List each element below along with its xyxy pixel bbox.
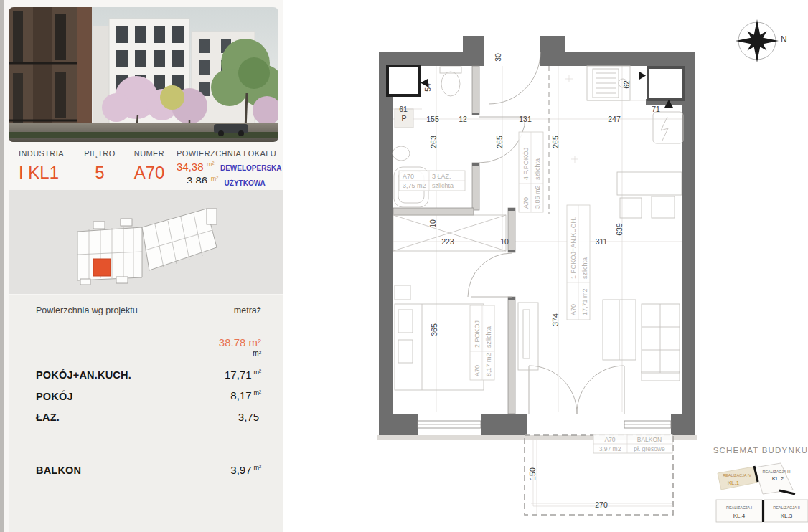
- row-unit: m²: [254, 369, 262, 376]
- coffee-table: [603, 300, 636, 360]
- dim-155: 155: [426, 115, 439, 123]
- room-label-living[interactable]: A70 17,71 m2 1 POKÓJ+AN.KUCH. szlichta: [567, 205, 590, 320]
- shaft-right: [648, 67, 683, 100]
- room-name: 1 POKÓJ+AN.KUCH.: [570, 217, 577, 279]
- floor-locator-art: [9, 190, 283, 294]
- room-label-balcony[interactable]: A70 3,97 m2 BALKON pł. gresowe: [593, 434, 672, 453]
- room-code: A70: [570, 304, 577, 315]
- dim-131: 131: [519, 115, 532, 123]
- heater-unit: [653, 112, 683, 143]
- table-row: POKÓJ 8,17m²: [9, 389, 283, 402]
- area-header: POWIERZCHNIA LOKALU: [177, 149, 290, 158]
- dim-71: 71: [652, 105, 660, 113]
- room-finish: szlichta: [485, 326, 492, 348]
- dim-265a: 265: [495, 136, 504, 148]
- row-value: 8,17: [230, 390, 251, 402]
- area-developer-unit: m²: [207, 161, 215, 168]
- apartment-panel: INDUSTRIA I KL1 PIĘTRO 5 NUMER A70 POWIE…: [4, 0, 283, 532]
- compass-north-label: N: [781, 34, 787, 44]
- total-area-unit: m²: [9, 349, 261, 357]
- dim-p: P: [401, 114, 406, 123]
- floor-plan: 61 P 155 12 131 247 54 30 62 71 263 265 …: [366, 0, 808, 532]
- table-header-right: metraż: [234, 305, 261, 315]
- dim-311: 311: [596, 237, 608, 246]
- dim-263: 263: [429, 136, 438, 148]
- building-photo-art: [9, 7, 278, 142]
- schematic-kl2[interactable]: REALIZACJA III KL.2: [755, 463, 793, 494]
- schematic-kl-label: KL.4: [733, 513, 746, 519]
- room-area: 17,71 m2: [581, 288, 588, 315]
- room-name: BALKON: [637, 436, 662, 443]
- schematic-realizacja-label: REALIZACJA IV: [723, 473, 751, 478]
- room-area: 3,86 m2: [534, 185, 541, 209]
- room-name: 4 P.POKÓJ: [522, 148, 530, 180]
- schematic-realizacja-label: REALIZACJA I: [726, 505, 753, 510]
- schematic-kl4[interactable]: REALIZACJA I KL.4: [716, 500, 762, 522]
- dim-265b: 265: [551, 136, 560, 148]
- dim-374: 374: [551, 313, 560, 326]
- investment-header: INDUSTRIA: [19, 149, 77, 158]
- schematic-realizacja-label: REALIZACJA III: [762, 470, 791, 474]
- sofa: [642, 304, 680, 381]
- row-unit: m²: [254, 389, 262, 396]
- toilet: [440, 67, 461, 96]
- room-label-hall[interactable]: A70 3,86 m2 4 P.POKÓJ szlichta: [519, 132, 543, 212]
- dim-365: 365: [430, 323, 438, 336]
- compass-rose: N: [736, 19, 787, 62]
- dim-150: 150: [528, 467, 537, 480]
- unit-info-bar: INDUSTRIA I KL1 PIĘTRO 5 NUMER A70 POWIE…: [9, 143, 293, 188]
- building-schematic: SCHEMAT BUDYNKU REALIZACJA IV KL.1 REALI…: [713, 446, 808, 522]
- schematic-kl-label: KL.1: [728, 480, 740, 486]
- floor-plan-svg: 61 P 155 12 131 247 54 30 62 71 263 265 …: [366, 0, 808, 532]
- schematic-realizacja-label: REALIZACJA II: [773, 505, 800, 510]
- area-usable-unit: m²: [211, 175, 219, 182]
- row-label: POKÓJ: [36, 391, 73, 402]
- room-finish: szlichta: [432, 182, 454, 189]
- hall-console: [518, 303, 538, 370]
- total-area: 38,78 m² m²: [9, 336, 283, 357]
- schematic-kl1[interactable]: REALIZACJA IV KL.1: [718, 467, 757, 490]
- room-area: 8,17 m2: [485, 353, 492, 376]
- dining-table: [617, 172, 682, 218]
- room-code: A70: [474, 365, 481, 376]
- room-finish: pł. gresowe: [634, 445, 665, 452]
- windows: [418, 421, 671, 428]
- room-area: 3,97 m2: [599, 445, 621, 452]
- unit-number-value: A70: [122, 163, 177, 183]
- dim-61: 61: [399, 105, 408, 113]
- dim-639: 639: [615, 223, 624, 236]
- area-usable-line: 3,86 m² UŻYTKOWA: [177, 175, 290, 188]
- room-label-bathroom[interactable]: A70 3,75 m2 3 ŁAZ. szlichta: [399, 171, 465, 191]
- total-area-value: 38,78 m²: [219, 338, 261, 346]
- floor-header: PIĘTRO: [77, 149, 122, 158]
- schematic-kl-label: KL.3: [781, 513, 793, 519]
- dim-10b: 10: [500, 237, 509, 246]
- dim-10a: 10: [428, 219, 437, 228]
- room-code: A70: [604, 436, 615, 443]
- dim-223: 223: [441, 237, 454, 246]
- unit-number-header: NUMER: [122, 149, 177, 158]
- row-unit: m²: [254, 464, 262, 471]
- page: INDUSTRIA I KL1 PIĘTRO 5 NUMER A70 POWIE…: [0, 0, 808, 532]
- table-row: BALKON 3,97m²: [9, 464, 283, 477]
- schematic-kl-label: KL.2: [772, 475, 784, 482]
- table-row: POKÓJ+AN.KUCH. 17,71m²: [9, 369, 283, 381]
- table-header-left: Powierzchnia wg projektu: [36, 305, 138, 315]
- room-code: A70: [403, 173, 414, 180]
- area-usable-value: 3,86: [187, 175, 207, 183]
- room-finish: szlichta: [534, 158, 541, 180]
- floor-locator-map[interactable]: [9, 190, 283, 294]
- room-name: 2 POKÓJ: [474, 320, 481, 348]
- dim-270: 270: [595, 500, 608, 509]
- dim-62: 62: [622, 80, 631, 89]
- row-value: 17,71: [225, 369, 252, 381]
- highlighted-unit-marker[interactable]: [93, 259, 111, 276]
- dim-247: 247: [608, 115, 621, 123]
- dim-30: 30: [494, 53, 502, 62]
- schematic-kl3[interactable]: REALIZACJA II KL.3: [764, 500, 808, 522]
- area-table: Powierzchnia wg projektu metraż 38,78 m²…: [9, 295, 283, 532]
- room-code: A70: [522, 197, 530, 209]
- area-developer-line: 34,38 m² DEWELOPERSKA: [177, 161, 290, 174]
- shaft-left: [387, 66, 420, 95]
- room-label-bedroom[interactable]: A70 8,17 m2 2 POKÓJ szlichta: [470, 305, 494, 380]
